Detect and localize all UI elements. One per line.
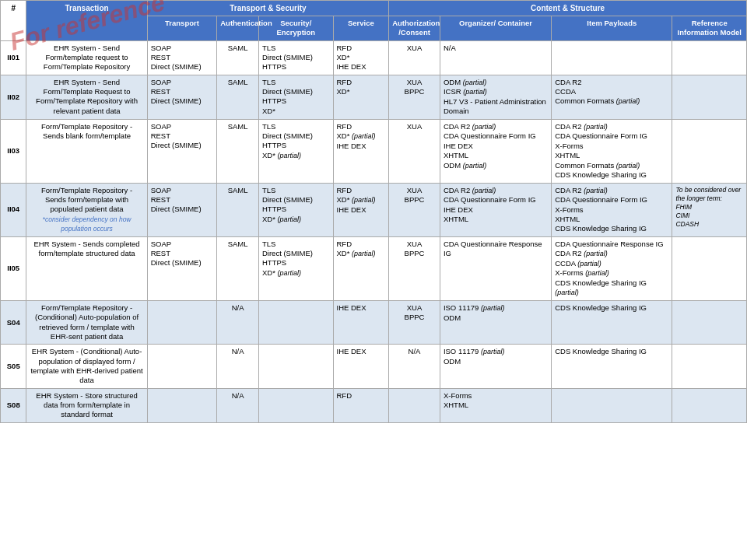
transaction-cell: EHR System - (Conditional) Auto-populati… [26, 345, 147, 388]
auth-cell: SAML [217, 40, 259, 75]
service-cell: RFDXD*IHE DEX [333, 40, 389, 75]
transaction-cell: EHR System - Store structured data from … [26, 388, 147, 422]
transaction-cell: Form/Template Repository - Sends form/te… [26, 183, 147, 236]
table-body: II01EHR System - Send Form/template requ… [1, 40, 747, 422]
ref-cell [672, 75, 747, 119]
row-id-S05: S05 [1, 345, 26, 388]
transport-cell: SOAPRESTDirect (SMIME) [147, 40, 217, 75]
auth-cell: SAML [217, 183, 259, 236]
organizer-cell: CDA R2 (partial)CDA Questionnaire Form I… [440, 119, 551, 183]
authconsent-cell: XUABPPC [389, 183, 440, 236]
payloads-cell: CDA R2CCDACommon Formats (partial) [552, 75, 672, 119]
auth-cell: N/A [217, 345, 259, 388]
table-row: S08EHR System - Store structured data fr… [1, 388, 747, 422]
auth-cell: N/A [217, 388, 259, 422]
table-row: II01EHR System - Send Form/template requ… [1, 40, 747, 75]
organizer-cell: ODM (partial)ICSR (partial)HL7 V3 - Pati… [440, 75, 551, 119]
authconsent-cell: N/A [389, 345, 440, 388]
ref-subheader: Reference Information Model [672, 16, 747, 41]
payloads-cell: CDS Knowledge Sharing IG [552, 301, 672, 345]
ref-cell [672, 345, 747, 388]
transport-security-header: Transport & Security [147, 1, 389, 16]
security-cell [258, 301, 333, 345]
transaction-cell: EHR System - Send Form/template request … [26, 40, 147, 75]
authconsent-cell: XUA [389, 119, 440, 183]
table-row: II03Form/Template Repository - Sends bla… [1, 119, 747, 183]
service-cell: RFDXD* (partial) [333, 236, 389, 300]
payloads-subheader: Item Payloads [552, 16, 672, 41]
transaction-cell: Form/Template Repository - Sends blank f… [26, 119, 147, 183]
table-row: S05EHR System - (Conditional) Auto-popul… [1, 345, 747, 388]
security-cell: TLSDirect (SMIME)HTTPSXD* (partial) [258, 183, 333, 236]
payloads-cell: CDA Questionnaire Response IGCDA R2 (par… [552, 236, 672, 300]
service-subheader: Service [333, 16, 389, 41]
authconsent-cell [389, 388, 440, 422]
transport-cell: SOAPRESTDirect (SMIME) [147, 75, 217, 119]
transport-cell [147, 345, 217, 388]
auth-cell: SAML [217, 75, 259, 119]
transaction-header: Transaction [26, 1, 147, 41]
table-row: II04Form/Template Repository - Sends for… [1, 183, 747, 236]
row-id-S08: S08 [1, 388, 26, 422]
ref-cell [672, 301, 747, 345]
transport-cell: SOAPRESTDirect (SMIME) [147, 236, 217, 300]
transport-cell [147, 388, 217, 422]
ref-cell [672, 119, 747, 183]
organizer-subheader: Organizer/ Container [440, 16, 551, 41]
organizer-cell: ISO 11179 (partial)ODM [440, 345, 551, 388]
row-id-II01: II01 [1, 40, 26, 75]
transport-cell: SOAPRESTDirect (SMIME) [147, 183, 217, 236]
ref-cell: To be considered over the longer term:FH… [672, 183, 747, 236]
service-cell: RFD [333, 388, 389, 422]
payloads-cell: CDA R2 (partial)CDA Questionnaire Form I… [552, 183, 672, 236]
organizer-cell: CDA R2 (partial)CDA Questionnaire Form I… [440, 183, 551, 236]
transport-cell [147, 301, 217, 345]
ref-cell [672, 236, 747, 300]
row-id-II03: II03 [1, 119, 26, 183]
organizer-cell: CDA Questionnaire Response IG [440, 236, 551, 300]
security-cell [258, 388, 333, 422]
auth-cell: N/A [217, 301, 259, 345]
ref-cell [672, 388, 747, 422]
auth-cell: SAML [217, 119, 259, 183]
payloads-cell: CDS Knowledge Sharing IG [552, 345, 672, 388]
transport-subheader: Transport [147, 16, 217, 41]
organizer-cell: X-FormsXHTML [440, 388, 551, 422]
content-structure-header: Content & Structure [389, 1, 747, 16]
service-cell: IHE DEX [333, 345, 389, 388]
security-cell: TLSDirect (SMIME)HTTPSXD* [258, 75, 333, 119]
table-row: II02EHR System - Send Form/Template Requ… [1, 75, 747, 119]
authconsent-cell: XUABPPC [389, 301, 440, 345]
table-row: S04Form/Template Repository - (Condition… [1, 301, 747, 345]
payloads-cell [552, 388, 672, 422]
transport-cell: SOAPRESTDirect (SMIME) [147, 119, 217, 183]
payloads-cell: CDA R2 (partial)CDA Questionnaire Form I… [552, 119, 672, 183]
service-cell: IHE DEX [333, 301, 389, 345]
authconsent-cell: XUABPPC [389, 75, 440, 119]
security-cell [258, 345, 333, 388]
service-cell: RFDXD* (partial)IHE DEX [333, 119, 389, 183]
organizer-cell: N/A [440, 40, 551, 75]
main-table: # Transaction Transport & Security Conte… [0, 0, 747, 423]
transaction-cell: Form/Template Repository - (Conditional)… [26, 301, 147, 345]
row-id-II02: II02 [1, 75, 26, 119]
organizer-cell: ISO 11179 (partial)ODM [440, 301, 551, 345]
page-container: For reference # Transaction Transport & … [0, 0, 747, 423]
authconsent-cell: XUA [389, 40, 440, 75]
ref-cell [672, 40, 747, 75]
security-cell: TLSDirect (SMIME)HTTPSXD* (partial) [258, 119, 333, 183]
transaction-cell: EHR System - Sends completed form/templa… [26, 236, 147, 300]
auth-subheader: Authentication [217, 16, 259, 41]
row-id-II05: II05 [1, 236, 26, 300]
auth-cell: SAML [217, 236, 259, 300]
transaction-cell: EHR System - Send Form/Template Request … [26, 75, 147, 119]
security-cell: TLSDirect (SMIME)HTTPSXD* (partial) [258, 236, 333, 300]
authconsent-subheader: Authorization /Consent [389, 16, 440, 41]
hash-header: # [1, 1, 26, 41]
authconsent-cell: XUABPPC [389, 236, 440, 300]
row-id-II04: II04 [1, 183, 26, 236]
group-header-row: # Transaction Transport & Security Conte… [1, 1, 747, 16]
service-cell: RFDXD* [333, 75, 389, 119]
row-id-S04: S04 [1, 301, 26, 345]
payloads-cell [552, 40, 672, 75]
